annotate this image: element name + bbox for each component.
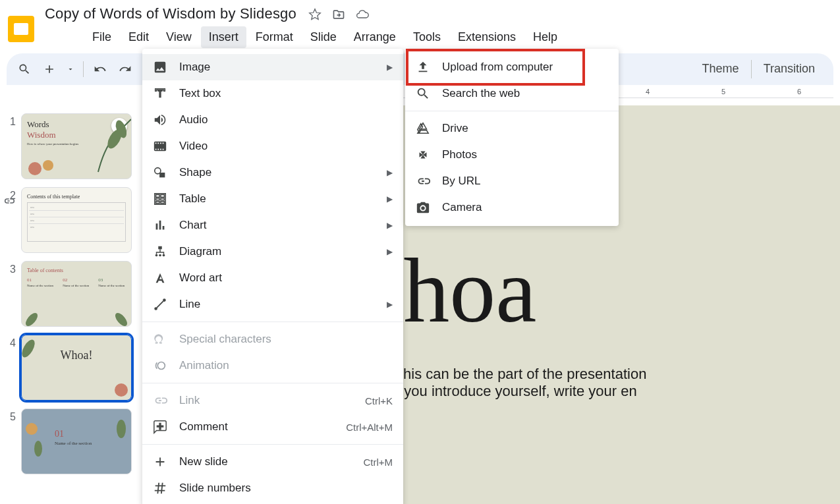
menu-item-label: Special characters xyxy=(179,333,393,346)
thumb-number: 4 xyxy=(5,335,21,349)
line-icon xyxy=(153,297,167,312)
image-item-searchweb[interactable]: Search the web xyxy=(405,80,619,107)
image-item-camera[interactable]: Camera xyxy=(405,194,619,221)
insert-item-animation: Animation xyxy=(142,352,403,379)
wordart-icon xyxy=(153,271,167,285)
menu-item-label: Line xyxy=(179,298,375,311)
image-item-photos[interactable]: Photos xyxy=(405,142,619,168)
theme-button[interactable]: Theme xyxy=(693,58,748,80)
menu-item-label: Slide numbers xyxy=(179,482,393,495)
new-slide-button[interactable] xyxy=(41,61,58,78)
comment-icon xyxy=(153,420,167,434)
menu-extensions[interactable]: Extensions xyxy=(450,26,524,48)
chevron-right-icon: ▶ xyxy=(387,221,393,230)
link-icon xyxy=(3,195,14,207)
menu-file[interactable]: File xyxy=(84,26,119,48)
insert-item-video[interactable]: Video xyxy=(142,133,403,159)
search-button[interactable] xyxy=(16,61,33,78)
menu-insert[interactable]: Insert xyxy=(201,26,246,48)
menu-item-label: Drive xyxy=(442,122,608,135)
menu-item-label: Text box xyxy=(179,87,393,100)
redo-button[interactable] xyxy=(117,61,134,78)
thumbnail-2[interactable]: Contents of this template rowrowrowrow xyxy=(21,187,132,253)
menu-item-label: Comment xyxy=(179,420,334,434)
insert-item-link: LinkCtrl+K xyxy=(142,387,403,414)
thumbnail-4[interactable]: Whoa! xyxy=(21,335,132,401)
document-title[interactable]: Copy of Words of Wisdom by Slidesgo xyxy=(45,5,296,22)
menu-slide[interactable]: Slide xyxy=(302,26,345,48)
image-item-upload[interactable]: Upload from computer xyxy=(405,54,619,80)
menu-item-label: Camera xyxy=(442,201,608,214)
menu-item-label: Upload from computer xyxy=(442,61,608,74)
svg-point-5 xyxy=(113,311,130,326)
thumbnail-3[interactable]: Table of contents 01Name of the section … xyxy=(21,261,132,327)
diagram-icon xyxy=(153,244,167,259)
omega-icon xyxy=(153,332,167,347)
camera-icon xyxy=(416,200,430,215)
transition-button[interactable]: Transition xyxy=(754,58,824,80)
menu-help[interactable]: Help xyxy=(525,26,565,48)
insert-item-shape[interactable]: Shape▶ xyxy=(142,159,403,186)
insert-item-line[interactable]: Line▶ xyxy=(142,291,403,318)
thumbnail-1[interactable]: Words Wisdom Here is where your presenta… xyxy=(21,113,132,179)
ruler-tick: 6 xyxy=(797,88,801,96)
insert-item-table[interactable]: Table▶ xyxy=(142,186,403,212)
menu-item-label: By URL xyxy=(442,175,608,188)
menu-item-label: Table xyxy=(179,192,375,206)
url-icon xyxy=(416,174,430,188)
thumbnail-5[interactable]: 01 Name of the section xyxy=(21,408,132,474)
menu-edit[interactable]: Edit xyxy=(121,26,157,48)
menu-view[interactable]: View xyxy=(158,26,200,48)
chevron-right-icon: ▶ xyxy=(387,247,393,256)
svg-rect-23 xyxy=(158,246,162,250)
insert-item-diagram[interactable]: Diagram▶ xyxy=(142,238,403,265)
svg-point-20 xyxy=(155,254,158,257)
thumb-number: 1 xyxy=(5,113,21,128)
menu-item-label: Diagram xyxy=(179,245,375,258)
drive-icon xyxy=(416,121,430,136)
menu-item-label: Image xyxy=(179,61,375,74)
menu-item-label: Video xyxy=(179,140,393,153)
video-icon xyxy=(153,139,167,154)
search-icon xyxy=(416,86,430,101)
star-icon[interactable] xyxy=(308,8,322,24)
image-item-drive[interactable]: Drive xyxy=(405,115,619,142)
cloud-icon[interactable] xyxy=(356,8,369,24)
shortcut: Ctrl+M xyxy=(363,457,393,468)
menu-item-label: Animation xyxy=(179,359,393,372)
menu-tools[interactable]: Tools xyxy=(405,26,449,48)
upload-icon xyxy=(416,60,430,74)
textbox-icon xyxy=(153,86,167,101)
new-slide-dropdown[interactable] xyxy=(66,61,75,78)
svg-point-10 xyxy=(117,420,126,438)
svg-point-8 xyxy=(26,423,38,435)
menu-item-label: New slide xyxy=(179,455,351,468)
insert-item-textbox[interactable]: Text box xyxy=(142,80,403,107)
menu-item-label: Link xyxy=(179,394,353,407)
insert-item-slidenumbers[interactable]: Slide numbers xyxy=(142,475,403,501)
menu-arrange[interactable]: Arrange xyxy=(346,26,404,48)
svg-point-4 xyxy=(24,311,40,326)
svg-point-7 xyxy=(115,383,128,397)
insert-item-wordart[interactable]: Word art xyxy=(142,265,403,291)
photos-icon xyxy=(416,148,430,162)
insert-item-newslide[interactable]: New slideCtrl+M xyxy=(142,449,403,475)
shortcut: Ctrl+Alt+M xyxy=(346,422,393,433)
insert-item-image[interactable]: Image▶ xyxy=(142,54,403,80)
svg-point-26 xyxy=(157,362,165,370)
thumb-number: 3 xyxy=(5,261,21,275)
menu-item-label: Audio xyxy=(179,113,393,126)
insert-item-comment[interactable]: CommentCtrl+Alt+M xyxy=(142,414,403,440)
insert-item-chart[interactable]: Chart▶ xyxy=(142,212,403,238)
menu-item-label: Photos xyxy=(442,148,608,161)
thumb-number: 5 xyxy=(5,408,21,423)
insert-item-audio[interactable]: Audio xyxy=(142,107,403,133)
undo-button[interactable] xyxy=(92,61,109,78)
chevron-right-icon: ▶ xyxy=(387,300,393,309)
menu-format[interactable]: Format xyxy=(248,26,301,48)
menu-item-label: Word art xyxy=(179,271,393,285)
image-item-byurl[interactable]: By URL xyxy=(405,168,619,194)
move-icon[interactable] xyxy=(332,8,345,24)
svg-point-6 xyxy=(22,338,38,360)
slides-logo[interactable] xyxy=(8,16,34,42)
